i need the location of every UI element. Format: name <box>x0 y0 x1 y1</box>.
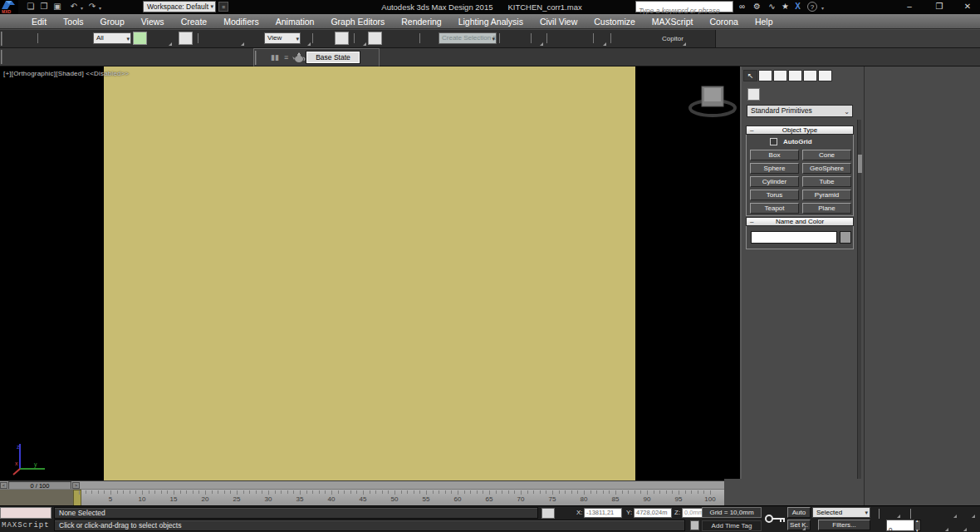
redo-icon[interactable]: ↷ <box>86 1 98 12</box>
named-selection-dropdown[interactable]: Create Selection S ▾ <box>439 32 497 44</box>
geometry-category-button[interactable] <box>747 88 760 101</box>
maximize-button[interactable]: ❐ <box>929 0 950 13</box>
workspace-dropdown[interactable]: Workspace: Default ▾ <box>143 1 216 12</box>
panel-tab-display[interactable] <box>803 70 817 81</box>
panel-tab-hierarchy[interactable] <box>773 70 787 81</box>
reference-coordinate-dropdown[interactable]: View ▾ <box>264 32 301 44</box>
pause-icon[interactable]: ▮▮ <box>271 52 279 63</box>
teapot-icon[interactable] <box>292 51 306 67</box>
coord-x-field[interactable]: -13811,21 <box>584 508 622 518</box>
menu-item-animation[interactable]: Animation <box>267 14 323 29</box>
autogrid-checkbox[interactable] <box>770 138 777 145</box>
help-flyout-caret[interactable]: ▾ <box>821 5 824 11</box>
selection-lock-toggle[interactable] <box>541 508 555 519</box>
viewport-label[interactable]: [+][Orthographic][Shaded] <<Disabled>> <box>3 70 129 77</box>
save-file-icon[interactable]: ▣ <box>51 1 63 12</box>
maxscript-mini-listener[interactable] <box>0 507 51 519</box>
name-color-rollout-header[interactable]: – Name and Color <box>746 217 854 226</box>
copitor-button[interactable]: Copitor <box>633 32 713 45</box>
open-file-icon[interactable]: ❐ <box>38 1 50 12</box>
set-key-button[interactable]: Set K. <box>787 520 811 530</box>
scene-object-box[interactable] <box>686 76 739 128</box>
create-sphere-button[interactable]: Sphere <box>750 163 799 174</box>
list-icon[interactable]: ≡ <box>284 52 288 63</box>
panel-scrollbar[interactable] <box>857 120 861 502</box>
create-box-button[interactable]: Box <box>750 150 799 160</box>
viewport[interactable]: [+][Orthographic][Shaded] <<Disabled>> z… <box>0 66 740 480</box>
time-slider-thumb[interactable] <box>73 490 81 506</box>
snap-toggle-button[interactable] <box>335 32 349 45</box>
menu-item-customize[interactable]: Customize <box>586 14 644 29</box>
menu-item-graph-editors[interactable]: Graph Editors <box>322 14 393 29</box>
toolbar-handle[interactable] <box>1 50 2 64</box>
create-cylinder-button[interactable]: Cylinder <box>750 176 799 187</box>
create-plane-button[interactable]: Plane <box>802 203 851 214</box>
exchange-icon[interactable]: X <box>791 1 804 12</box>
key-icon[interactable] <box>765 511 786 526</box>
menu-item-group[interactable]: Group <box>92 14 133 29</box>
primitive-category-dropdown[interactable]: Standard Primitives ⌄ <box>747 105 853 117</box>
panel-tab-create[interactable]: ↖ <box>743 70 757 81</box>
object-name-input[interactable] <box>751 231 837 244</box>
menu-item-modifiers[interactable]: Modifiers <box>215 14 267 29</box>
next-frame-button[interactable]: > <box>72 482 80 489</box>
menu-item-corona[interactable]: Corona <box>701 14 746 29</box>
selection-region-button[interactable] <box>179 32 193 45</box>
close-button[interactable]: ✕ <box>957 0 978 13</box>
menu-item-lighting-analysis[interactable]: Lighting Analysis <box>450 14 532 29</box>
base-state-button[interactable]: Base State <box>306 51 360 64</box>
auto-key-button[interactable]: Auto <box>787 507 811 518</box>
redo-flyout-caret[interactable]: ▾ <box>99 5 101 11</box>
new-file-icon[interactable]: ❏ <box>25 1 37 12</box>
toolbar-handle[interactable] <box>255 51 257 65</box>
star-icon[interactable]: ★ <box>779 1 791 12</box>
viewport-plane-object[interactable] <box>104 66 635 480</box>
selection-filter-dropdown[interactable]: All ▾ <box>93 32 131 44</box>
track-bar[interactable]: 5101520253035404550556065707580859095100 <box>0 489 724 505</box>
panel-scrollbar-thumb[interactable] <box>858 155 862 173</box>
add-time-tag-button[interactable]: Add Time Tag <box>702 520 762 531</box>
menu-item-rendering[interactable]: Rendering <box>393 14 449 29</box>
time-tag-box[interactable] <box>690 520 699 530</box>
create-pyramid-button[interactable]: Pyramid <box>802 190 851 200</box>
select-by-name-button[interactable] <box>133 32 147 45</box>
create-tube-button[interactable]: Tube <box>802 176 851 187</box>
previous-frame-button[interactable]: < <box>0 482 7 489</box>
workspace-menu-button[interactable]: ≡ <box>218 2 228 12</box>
wrench-icon[interactable]: ⚙ <box>751 1 763 12</box>
menu-item-edit[interactable]: Edit <box>23 14 55 29</box>
create-geosphere-button[interactable]: GeoSphere <box>802 163 851 174</box>
create-teapot-button[interactable]: Teapot <box>750 203 799 214</box>
angle-snap-button[interactable] <box>368 32 382 45</box>
create-torus-button[interactable]: Torus <box>750 190 799 200</box>
coord-y-field[interactable]: 4728,024m <box>634 508 672 518</box>
panel-tab-modify[interactable] <box>758 70 772 81</box>
menu-item-civil-view[interactable]: Civil View <box>532 14 586 29</box>
help-icon[interactable]: ? <box>807 2 817 12</box>
menu-item-maxscript[interactable]: MAXScript <box>644 14 702 29</box>
frame-tick <box>679 490 679 495</box>
panel-tab-utilities[interactable] <box>818 70 832 81</box>
key-filters-button[interactable]: Filters... <box>818 520 870 530</box>
frame-spinner-buttons[interactable] <box>914 520 921 531</box>
search-icon[interactable]: ∞ <box>736 1 748 12</box>
panel-tab-motion[interactable] <box>788 70 802 81</box>
axis-y-label: y <box>34 461 37 468</box>
undo-icon[interactable]: ↶ <box>68 1 80 12</box>
frame-number-label: 50 <box>391 495 399 503</box>
frame-tick <box>123 490 124 494</box>
object-color-swatch[interactable] <box>840 231 851 244</box>
menu-item-create[interactable]: Create <box>173 14 216 29</box>
undo-flyout-caret[interactable]: ▾ <box>81 5 83 11</box>
app-logo[interactable]: MXD <box>0 0 18 14</box>
lasso-icon[interactable]: ∿ <box>766 1 778 12</box>
menu-item-help[interactable]: Help <box>747 14 782 29</box>
menu-item-tools[interactable]: Tools <box>55 14 92 29</box>
key-selection-dropdown[interactable]: Selected ▾ <box>812 507 870 518</box>
object-type-rollout-header[interactable]: – Object Type <box>746 126 854 135</box>
create-cone-button[interactable]: Cone <box>802 150 851 160</box>
minimize-button[interactable]: – <box>899 0 920 13</box>
toolbar-handle[interactable] <box>1 32 2 46</box>
frame-number-input[interactable] <box>887 525 914 532</box>
menu-item-views[interactable]: Views <box>133 14 173 29</box>
